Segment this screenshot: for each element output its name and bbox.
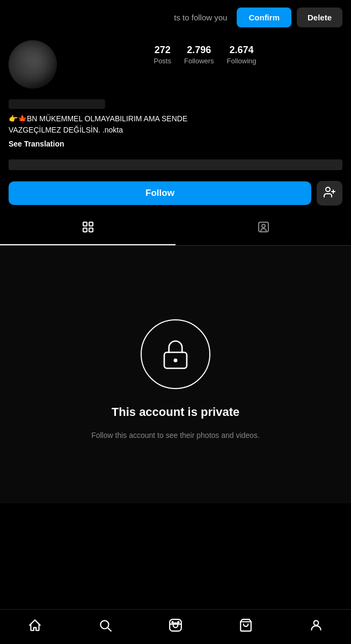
reels-icon <box>169 618 182 632</box>
tab-bar <box>0 213 351 246</box>
nav-search[interactable] <box>92 616 119 634</box>
person-tag-icon <box>257 221 270 237</box>
svg-point-8 <box>262 224 265 228</box>
followers-count: 2.796 <box>187 45 211 56</box>
following-count: 2.674 <box>230 45 254 56</box>
svg-point-11 <box>101 620 109 628</box>
profile-section: 272 Posts 2.796 Followers 2.674 Followin… <box>0 35 351 97</box>
stats-row: 272 Posts 2.796 Followers 2.674 Followin… <box>68 40 342 65</box>
stat-posts[interactable]: 272 Posts <box>153 45 171 65</box>
username-redacted <box>9 99 105 109</box>
add-friend-button[interactable] <box>317 181 342 206</box>
nav-home[interactable] <box>21 616 48 634</box>
posts-label: Posts <box>153 57 171 65</box>
shop-icon <box>239 618 253 632</box>
lock-icon <box>157 335 194 373</box>
nav-reels[interactable] <box>162 616 189 634</box>
svg-rect-5 <box>83 228 87 232</box>
confirm-button[interactable]: Confirm <box>237 8 291 27</box>
tab-tagged[interactable] <box>176 213 351 245</box>
redacted-bar-1 <box>9 159 342 170</box>
private-title: This account is private <box>112 405 239 419</box>
grid-icon <box>82 221 94 237</box>
svg-point-16 <box>178 621 179 623</box>
svg-rect-13 <box>170 619 181 631</box>
lock-circle <box>141 319 210 389</box>
svg-point-19 <box>313 620 318 625</box>
avatar-image <box>9 40 57 89</box>
bio-text: 👉🍁BN MÜKEMMEL OLMAYABILIRIM AMA SENDE VA… <box>9 113 342 136</box>
avatar[interactable] <box>9 40 57 89</box>
person-add-icon <box>323 186 336 201</box>
bio-section: 👉🍁BN MÜKEMMEL OLMAYABILIRIM AMA SENDE VA… <box>0 97 351 154</box>
nav-profile[interactable] <box>303 616 330 634</box>
svg-point-0 <box>326 187 330 192</box>
stat-following[interactable]: 2.674 Following <box>227 45 257 65</box>
nav-shop[interactable] <box>232 616 259 634</box>
notification-text: ts to follow you <box>9 13 231 22</box>
svg-rect-6 <box>89 228 93 232</box>
bottom-nav <box>0 609 351 644</box>
followers-label: Followers <box>184 57 214 65</box>
delete-button[interactable]: Delete <box>297 8 342 27</box>
svg-point-15 <box>172 621 173 623</box>
tab-grid[interactable] <box>0 213 176 245</box>
posts-count: 272 <box>155 45 171 56</box>
profile-icon <box>309 618 323 632</box>
following-label: Following <box>227 57 257 65</box>
home-icon <box>28 618 42 632</box>
svg-point-10 <box>174 358 178 362</box>
svg-rect-4 <box>89 222 93 226</box>
search-icon <box>98 618 112 632</box>
follow-button[interactable]: Follow <box>9 181 311 205</box>
action-row: Follow <box>0 175 351 211</box>
see-translation-link[interactable]: See Translation <box>9 140 64 148</box>
stat-followers[interactable]: 2.796 Followers <box>184 45 214 65</box>
svg-line-12 <box>108 628 111 631</box>
private-subtitle: Follow this account to see their photos … <box>91 430 260 441</box>
svg-rect-3 <box>83 222 87 226</box>
private-section: This account is private Follow this acco… <box>0 246 351 503</box>
top-bar: ts to follow you Confirm Delete <box>0 0 351 35</box>
